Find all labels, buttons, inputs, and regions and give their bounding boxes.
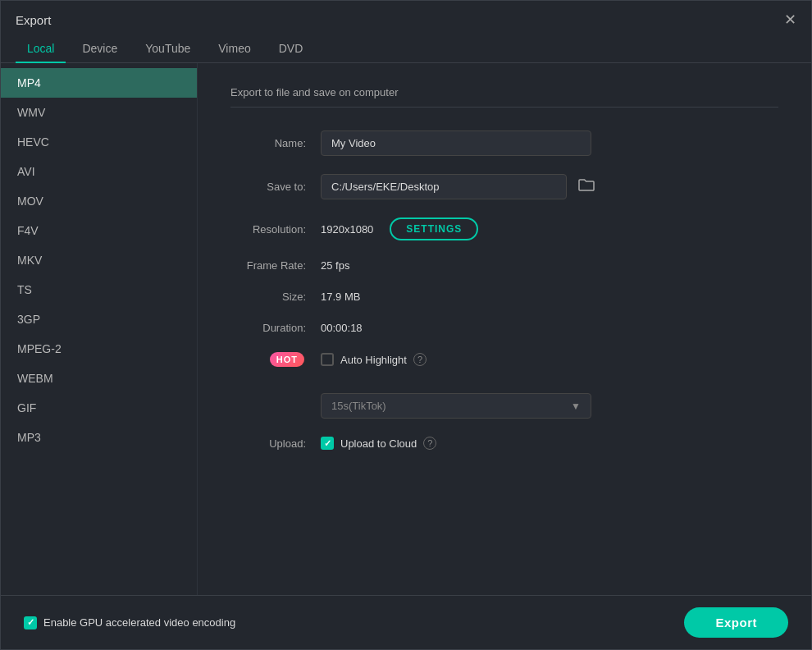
resolution-value: 1920x1080: [321, 223, 373, 236]
auto-highlight-help-icon[interactable]: ?: [413, 353, 427, 366]
frame-rate-value: 25 fps: [321, 259, 349, 272]
sidebar-item-hevc[interactable]: HEVC: [1, 127, 197, 157]
auto-highlight-checkbox[interactable]: [321, 353, 334, 366]
upload-row: Upload: Upload to Cloud ?: [230, 437, 778, 450]
sidebar-item-gif[interactable]: GIF: [1, 393, 197, 423]
resolution-row: Resolution: 1920x1080 SETTINGS: [230, 217, 778, 240]
sidebar-item-mov[interactable]: MOV: [1, 186, 197, 216]
settings-button[interactable]: SETTINGS: [390, 217, 478, 240]
path-input[interactable]: [321, 174, 567, 199]
gpu-row: Enable GPU accelerated video encoding: [24, 616, 235, 629]
name-input[interactable]: [321, 130, 591, 156]
upload-cloud-checkbox[interactable]: [321, 437, 334, 450]
sidebar-item-webm[interactable]: WEBM: [1, 364, 197, 393]
gpu-checkbox[interactable]: [24, 616, 37, 629]
auto-highlight-checkbox-row: Auto Highlight ?: [321, 353, 778, 366]
name-control: [321, 130, 778, 156]
title-bar: Export ✕: [1, 1, 811, 35]
name-label: Name:: [230, 137, 321, 149]
name-row: Name:: [230, 130, 778, 156]
close-button[interactable]: ✕: [784, 12, 796, 27]
upload-cloud-label: Upload to Cloud: [340, 437, 417, 450]
upload-control: Upload to Cloud ?: [321, 437, 778, 450]
size-value: 17.9 MB: [321, 291, 360, 303]
dialog-title: Export: [16, 13, 51, 27]
sidebar-item-wmv[interactable]: WMV: [1, 98, 197, 127]
frame-rate-row: Frame Rate: 25 fps: [230, 259, 778, 272]
resolution-label: Resolution:: [230, 223, 321, 236]
tab-bar: Local Device YouTube Vimeo DVD: [1, 35, 811, 63]
size-row: Size: 17.9 MB: [230, 290, 778, 303]
highlight-duration-dropdown[interactable]: 15s(TikTok) ▼: [321, 393, 591, 419]
format-sidebar: MP4 WMV HEVC AVI MOV F4V MKV TS 3GP MPEG…: [1, 63, 198, 595]
hot-badge: HOT: [270, 352, 304, 367]
sidebar-item-f4v[interactable]: F4V: [1, 216, 197, 245]
save-to-control: [321, 174, 778, 199]
auto-highlight-label-spacer: HOT: [230, 352, 321, 367]
auto-highlight-checkbox-label: Auto Highlight: [340, 354, 407, 366]
tab-youtube[interactable]: YouTube: [134, 35, 202, 63]
save-to-label: Save to:: [230, 181, 321, 193]
auto-highlight-control: Auto Highlight ?: [321, 353, 778, 366]
size-label: Size:: [230, 291, 321, 303]
chevron-down-icon: ▼: [571, 401, 581, 412]
export-settings: Export to file and save on computer Name…: [198, 63, 811, 595]
tab-dvd[interactable]: DVD: [267, 35, 315, 63]
tab-local[interactable]: Local: [16, 35, 66, 63]
size-control: 17.9 MB: [321, 290, 778, 303]
bottom-bar: Enable GPU accelerated video encoding Ex…: [1, 595, 811, 649]
upload-cloud-checkbox-row: Upload to Cloud ?: [321, 437, 778, 450]
resolution-wrap: 1920x1080 SETTINGS: [321, 217, 778, 240]
tab-vimeo[interactable]: Vimeo: [207, 35, 262, 63]
duration-control: 00:00:18: [321, 321, 778, 334]
dropdown-value: 15s(TikTok): [331, 400, 386, 412]
sidebar-item-mkv[interactable]: MKV: [1, 245, 197, 275]
sidebar-item-mpeg2[interactable]: MPEG-2: [1, 334, 197, 364]
save-to-wrap: [321, 174, 778, 199]
content-description: Export to file and save on computer: [230, 86, 778, 108]
sidebar-item-avi[interactable]: AVI: [1, 157, 197, 186]
auto-highlight-row: HOT Auto Highlight ?: [230, 352, 778, 367]
browse-folder-button[interactable]: [573, 176, 600, 198]
highlight-dropdown-wrap: 15s(TikTok) ▼: [321, 393, 778, 419]
save-to-row: Save to:: [230, 174, 778, 199]
sidebar-item-mp3[interactable]: MP3: [1, 423, 197, 452]
tab-device[interactable]: Device: [71, 35, 129, 63]
upload-label: Upload:: [230, 437, 321, 450]
sidebar-item-ts[interactable]: TS: [1, 275, 197, 304]
gpu-label: Enable GPU accelerated video encoding: [43, 616, 235, 629]
export-button[interactable]: Export: [684, 607, 788, 638]
duration-row: Duration: 00:00:18: [230, 321, 778, 334]
duration-label: Duration:: [230, 322, 321, 334]
export-dialog: Export ✕ Local Device YouTube Vimeo DVD …: [0, 0, 812, 650]
main-content: MP4 WMV HEVC AVI MOV F4V MKV TS 3GP MPEG…: [1, 63, 811, 595]
sidebar-item-mp4[interactable]: MP4: [1, 68, 197, 98]
frame-rate-label: Frame Rate:: [230, 259, 321, 272]
sidebar-item-3gp[interactable]: 3GP: [1, 304, 197, 334]
duration-value: 00:00:18: [321, 322, 363, 334]
upload-cloud-help-icon[interactable]: ?: [423, 437, 436, 450]
resolution-control: 1920x1080 SETTINGS: [321, 217, 778, 240]
frame-rate-control: 25 fps: [321, 259, 778, 272]
